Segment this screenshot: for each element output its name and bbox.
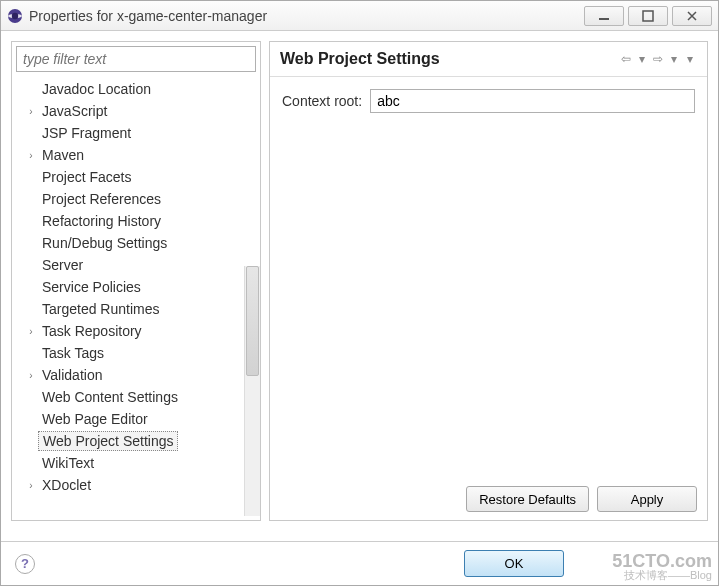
scrollbar-thumb[interactable] xyxy=(246,266,259,376)
svg-rect-3 xyxy=(599,18,609,20)
context-root-field: Context root: xyxy=(282,89,695,113)
tree-item[interactable]: Service Policies xyxy=(12,276,260,298)
expander-icon[interactable]: › xyxy=(24,150,38,161)
expander-icon[interactable]: › xyxy=(24,370,38,381)
context-root-input[interactable] xyxy=(370,89,695,113)
tree-item-label: Web Project Settings xyxy=(38,431,178,451)
tree-item-label: Javadoc Location xyxy=(38,80,155,98)
page-footer: Restore Defaults Apply xyxy=(270,478,707,520)
expander-icon[interactable]: › xyxy=(24,106,38,117)
close-button[interactable] xyxy=(672,6,712,26)
properties-dialog: Properties for x-game-center-manager Jav… xyxy=(0,0,719,586)
tree-item[interactable]: Project Facets xyxy=(12,166,260,188)
tree-item-label: Maven xyxy=(38,146,88,164)
apply-button[interactable]: Apply xyxy=(597,486,697,512)
svg-rect-4 xyxy=(643,11,653,21)
restore-defaults-button[interactable]: Restore Defaults xyxy=(466,486,589,512)
tree-item[interactable]: Task Tags xyxy=(12,342,260,364)
tree-item[interactable]: ›JavaScript xyxy=(12,100,260,122)
page-body: Context root: xyxy=(270,77,707,478)
menu-chevron-icon[interactable]: ▾ xyxy=(683,52,697,66)
tree-item[interactable]: ›Validation xyxy=(12,364,260,386)
tree-item[interactable]: Refactoring History xyxy=(12,210,260,232)
tree-item-label: Targeted Runtimes xyxy=(38,300,164,318)
properties-tree[interactable]: Javadoc Location›JavaScriptJSP Fragment›… xyxy=(12,76,260,520)
tree-item-label: Project Facets xyxy=(38,168,135,186)
forward-menu-icon[interactable]: ▾ xyxy=(667,52,681,66)
tree-item-label: Task Tags xyxy=(38,344,108,362)
tree-item-label: Service Policies xyxy=(38,278,145,296)
tree-item[interactable]: Web Content Settings xyxy=(12,386,260,408)
left-panel: Javadoc Location›JavaScriptJSP Fragment›… xyxy=(11,41,261,521)
page-title: Web Project Settings xyxy=(280,50,619,68)
context-root-label: Context root: xyxy=(282,93,362,109)
tree-item-label: XDoclet xyxy=(38,476,95,494)
forward-icon[interactable]: ⇨ xyxy=(651,52,665,66)
tree-item[interactable]: Javadoc Location xyxy=(12,78,260,100)
tree-item[interactable]: ›Task Repository xyxy=(12,320,260,342)
tree-item[interactable]: JSP Fragment xyxy=(12,122,260,144)
tree-item-label: Server xyxy=(38,256,87,274)
tree-item-label: Web Page Editor xyxy=(38,410,152,428)
tree-item[interactable]: WikiText xyxy=(12,452,260,474)
tree-item-label: Web Content Settings xyxy=(38,388,182,406)
tree-item[interactable]: Project References xyxy=(12,188,260,210)
window-title: Properties for x-game-center-manager xyxy=(29,8,580,24)
tree-item[interactable]: Server xyxy=(12,254,260,276)
expander-icon[interactable]: › xyxy=(24,326,38,337)
minimize-button[interactable] xyxy=(584,6,624,26)
tree-item-label: Project References xyxy=(38,190,165,208)
dialog-content: Javadoc Location›JavaScriptJSP Fragment›… xyxy=(1,31,718,531)
tree-item[interactable]: Targeted Runtimes xyxy=(12,298,260,320)
titlebar: Properties for x-game-center-manager xyxy=(1,1,718,31)
filter-input[interactable] xyxy=(16,46,256,72)
right-panel: Web Project Settings ⇦ ▾ ⇨ ▾ ▾ Context r… xyxy=(269,41,708,521)
tree-item-label: JSP Fragment xyxy=(38,124,135,142)
back-icon[interactable]: ⇦ xyxy=(619,52,633,66)
tree-item[interactable]: ›Maven xyxy=(12,144,260,166)
ok-button[interactable]: OK xyxy=(464,550,564,577)
svg-point-2 xyxy=(12,12,18,18)
tree-item[interactable]: Run/Debug Settings xyxy=(12,232,260,254)
help-icon[interactable]: ? xyxy=(15,554,35,574)
tree-scrollbar[interactable] xyxy=(244,266,260,516)
window-buttons xyxy=(580,6,712,26)
tree-item-label: Refactoring History xyxy=(38,212,165,230)
eclipse-icon xyxy=(7,8,23,24)
tree-item-label: WikiText xyxy=(38,454,98,472)
tree-item-label: Validation xyxy=(38,366,106,384)
nav-icons: ⇦ ▾ ⇨ ▾ ▾ xyxy=(619,52,697,66)
tree-item-label: Task Repository xyxy=(38,322,146,340)
dialog-bottom-bar: ? OK xyxy=(1,541,718,585)
back-menu-icon[interactable]: ▾ xyxy=(635,52,649,66)
page-header: Web Project Settings ⇦ ▾ ⇨ ▾ ▾ xyxy=(270,42,707,77)
tree-item-label: JavaScript xyxy=(38,102,111,120)
tree-item[interactable]: ›XDoclet xyxy=(12,474,260,496)
tree-item[interactable]: Web Page Editor xyxy=(12,408,260,430)
tree-item[interactable]: Web Project Settings xyxy=(12,430,260,452)
expander-icon[interactable]: › xyxy=(24,480,38,491)
tree-item-label: Run/Debug Settings xyxy=(38,234,171,252)
maximize-button[interactable] xyxy=(628,6,668,26)
